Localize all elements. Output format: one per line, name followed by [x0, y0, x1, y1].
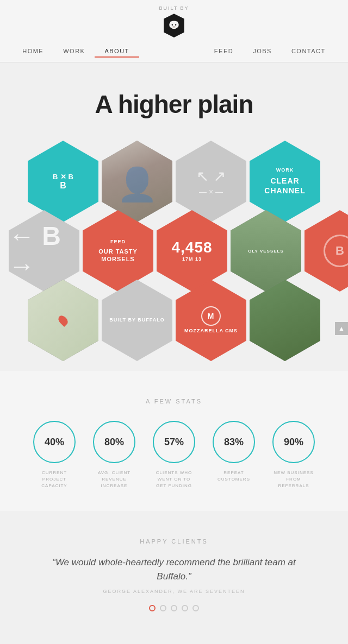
svg-point-8 [174, 27, 175, 28]
stat-2: 80% AVG. CLIENT REVENUE INCREASE [92, 421, 136, 489]
hero-section: A higher plain [0, 62, 348, 135]
header: BUILT BY HOME W [0, 0, 348, 62]
testimonial-dots [11, 605, 337, 611]
stat-circle-4: 83% [213, 421, 255, 463]
scroll-top-button[interactable]: ▲ [335, 322, 348, 335]
hex-grid: B✕B B 👤 11 ↖ ↗— × — WORK [0, 135, 348, 371]
clients-section: HAPPY CLIENTS “We would whole-heartedly … [0, 511, 348, 633]
nav-jobs[interactable]: JOBS [243, 46, 282, 58]
stats-section: A FEW STATS 40% CURRENT PROJECT CAPACITY… [0, 371, 348, 511]
svg-point-7 [173, 27, 174, 28]
hero-title: A higher plain [11, 90, 337, 119]
nav-about[interactable]: ABOUT [95, 46, 139, 58]
nav-work[interactable]: WORK [53, 46, 95, 58]
svg-rect-2 [170, 22, 172, 24]
nav-feed[interactable]: FEED [204, 46, 243, 58]
dot-5[interactable] [192, 605, 199, 611]
svg-point-4 [172, 24, 173, 26]
hex-map [28, 280, 98, 361]
stat-circle-2: 80% [93, 421, 135, 463]
svg-rect-3 [176, 22, 178, 24]
stat-1: 40% CURRENT PROJECT CAPACITY [33, 421, 76, 489]
testimonial-text: “We would whole-heartedly recommend the … [49, 555, 299, 583]
hex-skate [250, 280, 320, 361]
nav-home[interactable]: HOME [13, 46, 53, 58]
testimonial-author: GEORGE ALEXANDER, WE ARE SEVENTEEN [11, 589, 337, 594]
clients-title: HAPPY CLIENTS [11, 538, 337, 545]
dot-2[interactable] [160, 605, 166, 611]
built-by-label: BUILT BY [0, 5, 348, 11]
stat-4: 83% REPEAT CUSTOMERS [212, 421, 256, 489]
svg-point-5 [175, 24, 177, 26]
dot-1[interactable] [149, 605, 156, 611]
nav-contact[interactable]: CONTACT [282, 46, 335, 58]
stats-title: A FEW STATS [11, 398, 337, 405]
logo [0, 12, 348, 39]
main-nav: HOME WORK ABOUT FEED JOBS CONTACT [0, 41, 348, 62]
stat-3: 57% CLIENTS WHO WENT ON TO GET FUNDING [152, 421, 196, 489]
hex-mozzarella[interactable]: M MOZZARELLA CMS [176, 280, 246, 361]
stat-circle-1: 40% [33, 421, 76, 463]
stats-row: 40% CURRENT PROJECT CAPACITY 80% AVG. CL… [11, 421, 337, 489]
hex-built-by: BUILT BY BUFFALO [102, 280, 172, 361]
dot-3[interactable] [171, 605, 177, 611]
stat-circle-3: 57% [153, 421, 195, 463]
stat-circle-5: 90% [272, 421, 315, 463]
hex-row-3: BUILT BY BUFFALO M MOZZARELLA CMS [26, 280, 322, 361]
stat-5: 90% NEW BUSINESS FROM REFERRALS [272, 421, 315, 489]
dot-4[interactable] [182, 605, 188, 611]
